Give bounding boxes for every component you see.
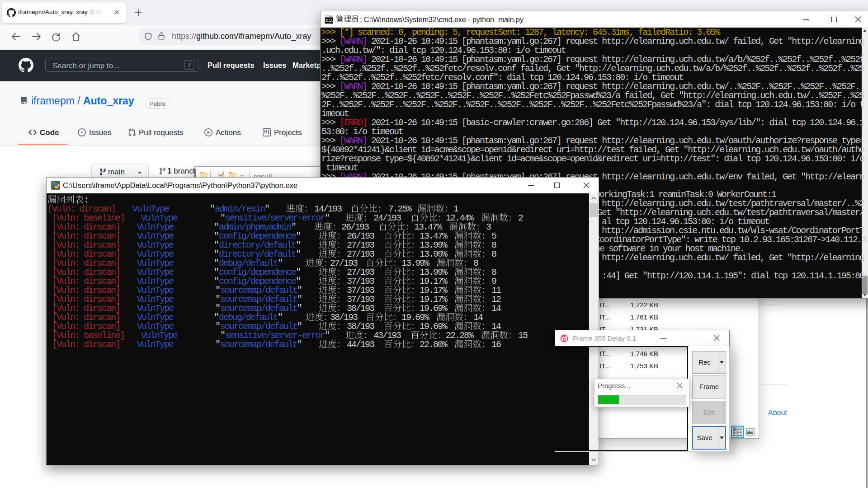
svg-text:C:\: C:\ xyxy=(326,19,333,23)
